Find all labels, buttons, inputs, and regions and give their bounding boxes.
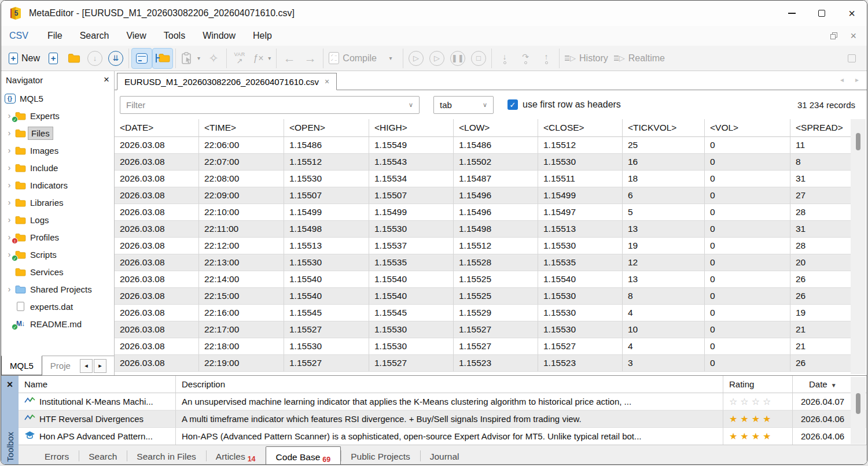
tree-item-scripts[interactable]: ›✓Scripts	[1, 246, 114, 263]
minimize-button[interactable]	[777, 1, 807, 26]
menu-item-search[interactable]: Search	[71, 28, 118, 43]
toolbox-tab-public-projects[interactable]: Public Projects	[341, 445, 420, 465]
tree-item-mql5-root[interactable]: {}MQL5	[1, 90, 114, 107]
csv-data-row[interactable]: 2026.03.0822:16:001.155451.155451.155291…	[115, 305, 852, 321]
ai-assist-button[interactable]: ✧	[203, 48, 224, 69]
csv-header-cell[interactable]: <HIGH>	[369, 119, 454, 137]
menu-item-help[interactable]: Help	[244, 28, 281, 43]
snippets-button[interactable]: ▾	[178, 48, 203, 69]
menu-item-csv[interactable]: CSV	[7, 28, 39, 43]
chevron-right-icon[interactable]: ›	[5, 180, 14, 190]
csv-data-row[interactable]: 2026.03.0822:07:001.155121.155431.155021…	[115, 154, 852, 171]
csv-data-row[interactable]: 2026.03.0822:09:001.155071.155071.154961…	[115, 187, 852, 204]
tab-prev-icon[interactable]: ◂	[80, 359, 93, 373]
csv-header-cell[interactable]: <LOW>	[454, 119, 538, 137]
codebase-row[interactable]: Hon APS Advanced Pattern...Hon-APS (Adva…	[19, 428, 867, 445]
tree-item-shared-projects[interactable]: ›Shared Projects	[1, 280, 114, 298]
codebase-header-name[interactable]: Name	[19, 376, 176, 393]
menu-item-window[interactable]: Window	[194, 28, 244, 43]
navigate-back-button[interactable]: ←	[279, 48, 300, 69]
tree-item-include[interactable]: ›Include	[1, 159, 114, 176]
toggle-navigator-button[interactable]	[152, 48, 173, 69]
codebase-header-description[interactable]: Description	[176, 376, 723, 393]
csv-header-cell[interactable]: <SPREAD>	[790, 119, 852, 137]
step-out-button[interactable]: ↑	[536, 48, 557, 69]
maximize-button[interactable]	[807, 1, 837, 26]
tree-item-experts-dat[interactable]: experts.dat	[1, 298, 114, 315]
navigate-forward-button[interactable]: →	[300, 48, 321, 69]
navigator-tab-mql5[interactable]: MQL5	[1, 356, 42, 375]
filter-input[interactable]: Filter ∨	[120, 96, 420, 114]
toolbox-tab-search[interactable]: Search	[79, 445, 127, 465]
csv-header-cell[interactable]: <TICKVOL>	[623, 119, 705, 137]
csv-data-row[interactable]: 2026.03.0822:06:001.154861.155491.154861…	[115, 137, 852, 154]
navigator-tab-proje[interactable]: Proje	[42, 356, 79, 375]
new-window-button[interactable]: +	[43, 48, 64, 69]
start-debug-button[interactable]: ▷	[406, 48, 426, 69]
toggle-toolbox-button[interactable]	[131, 48, 152, 69]
toolbox-tab-search-in-files[interactable]: Search in Files	[127, 445, 206, 465]
compile-options-button[interactable]: ▾	[380, 48, 400, 69]
chevron-right-icon[interactable]: ›	[5, 128, 14, 138]
toolbox-tab-journal[interactable]: Journal	[420, 445, 469, 465]
csv-data-row[interactable]: 2026.03.0822:13:001.155301.155351.155281…	[115, 254, 852, 271]
csv-header-cell[interactable]: <OPEN>	[284, 119, 369, 137]
csv-header-cell[interactable]: <CLOSE>	[538, 119, 623, 137]
csv-header-cell[interactable]: <VOL>	[705, 119, 790, 137]
first-row-headers-checkbox[interactable]: ✓ use first row as headers	[507, 99, 621, 110]
toolbox-tab-errors[interactable]: Errors	[35, 445, 79, 465]
delimiter-select[interactable]: tab ∨	[433, 96, 494, 114]
insert-function-button[interactable]: ƒ× ▾	[250, 48, 274, 69]
csv-data-row[interactable]: 2026.03.0822:08:001.155301.155341.154871…	[115, 171, 852, 187]
save-button[interactable]: ↓	[84, 48, 105, 69]
profiler-realtime-button[interactable]: ▷ Realtime	[611, 48, 668, 69]
scrollbar-thumb[interactable]	[856, 133, 860, 150]
csv-data-row[interactable]: 2026.03.0822:11:001.154981.155301.154981…	[115, 221, 852, 238]
tab-close-icon[interactable]: ×	[325, 77, 329, 86]
csv-data-row[interactable]: 2026.03.0822:10:001.154991.154991.154961…	[115, 204, 852, 221]
new-file-button[interactable]: + New	[6, 48, 43, 69]
toolbox-tab-code-base[interactable]: Code Base69	[266, 446, 341, 465]
csv-data-row[interactable]: 2026.03.0822:18:001.155301.155301.155271…	[115, 338, 852, 355]
step-into-button[interactable]: ↓	[494, 48, 515, 69]
tree-item-profiles[interactable]: ›!Profiles	[1, 228, 114, 246]
csv-data-row[interactable]: 2026.03.0822:15:001.155401.155401.155251…	[115, 288, 852, 305]
tree-item-services[interactable]: Services	[1, 263, 114, 280]
tree-item-libraries[interactable]: ›Libraries	[1, 194, 114, 211]
document-restore-icon[interactable]	[830, 32, 837, 39]
start-button[interactable]: ▷	[426, 48, 447, 69]
navigator-close-icon[interactable]: ×	[104, 74, 109, 86]
stop-button[interactable]: □	[468, 48, 489, 69]
close-button[interactable]: ×	[837, 1, 867, 26]
codebase-header-rating[interactable]: Rating	[723, 376, 793, 393]
chevron-right-icon[interactable]: ›	[5, 198, 14, 207]
document-tab[interactable]: EURUSD_M1_202603082206_202604071610.csv …	[117, 73, 337, 90]
chevron-right-icon[interactable]: ›	[5, 146, 14, 155]
toolbox-scrollbar[interactable]	[851, 377, 866, 444]
toolbox-close-icon[interactable]: ×	[7, 379, 13, 391]
tree-item-indicators[interactable]: ›Indicators	[1, 176, 114, 194]
tab-scroll-right-icon[interactable]: ▸	[855, 76, 859, 84]
insert-variable-button[interactable]: VAR↗	[229, 48, 250, 69]
scrollbar-thumb[interactable]	[856, 393, 860, 414]
csv-data-row[interactable]: 2026.03.0822:19:001.155271.155271.155231…	[115, 355, 852, 372]
csv-data-row[interactable]: 2026.03.0822:12:001.155131.155371.155121…	[115, 238, 852, 254]
tab-scroll-left-icon[interactable]: ◂	[840, 76, 844, 84]
csv-header-cell[interactable]: <TIME>	[199, 119, 284, 137]
menu-item-file[interactable]: File	[39, 28, 71, 43]
profiler-history-button[interactable]: ▷ History	[562, 48, 611, 69]
tree-item-experts[interactable]: ›✓Experts	[1, 107, 114, 124]
toolbox-tab-articles[interactable]: Articles14	[206, 445, 266, 465]
pause-button[interactable]: ❚❚	[447, 48, 468, 69]
tree-item-logs[interactable]: ›Logs	[1, 211, 114, 228]
save-all-button[interactable]: ⇊	[105, 48, 126, 69]
codebase-row[interactable]: HTF Reversal DivergencesA multi timefram…	[19, 410, 867, 428]
step-over-button[interactable]: ↷	[515, 48, 536, 69]
compile-button[interactable]: Compile	[326, 48, 380, 69]
csv-header-cell[interactable]: <DATE>	[115, 119, 199, 137]
tree-item-images[interactable]: ›Images	[1, 142, 114, 159]
chevron-right-icon[interactable]: ›	[5, 163, 14, 172]
codebase-row[interactable]: Institutional K-Means Machi...An unsuper…	[19, 393, 867, 410]
vertical-scrollbar[interactable]	[851, 119, 866, 374]
menu-item-tools[interactable]: Tools	[155, 28, 194, 43]
